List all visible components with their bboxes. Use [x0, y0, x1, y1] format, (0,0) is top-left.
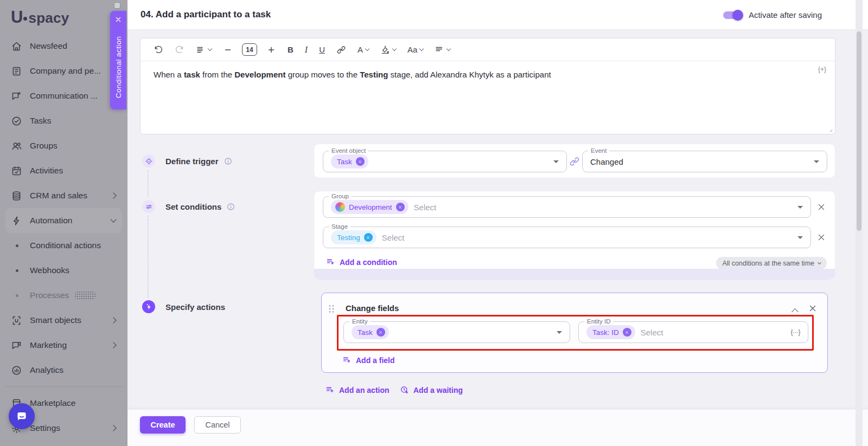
chip-remove-icon[interactable] [376, 328, 385, 337]
chevron-down-icon [446, 46, 451, 50]
info-icon[interactable] [224, 157, 233, 166]
undo-button[interactable] [151, 42, 165, 57]
close-icon[interactable] [114, 16, 122, 23]
group-condition-select[interactable]: Group Development Select [323, 196, 811, 218]
screen: U spacy NewsfeedCompany and pe...Communi… [0, 0, 868, 446]
tab-label: Conditional action [114, 23, 123, 109]
add-waiting-label: Add a waiting [413, 386, 463, 395]
info-icon[interactable] [226, 202, 235, 211]
font-color-label: A [358, 45, 363, 54]
link-icon [336, 45, 346, 55]
trigger-step-row: Define trigger [165, 155, 233, 167]
insert-variable-button[interactable]: {+} [818, 66, 826, 73]
pin-icon [114, 2, 120, 9]
entity-label: Entity [349, 318, 371, 325]
lightning-icon [145, 303, 153, 311]
underline-button[interactable]: U [317, 42, 327, 57]
description-editor: 14 B I U A Aa [140, 38, 835, 134]
chevron-down-icon [419, 46, 424, 50]
stage-condition-select[interactable]: Stage Testing Select [323, 227, 811, 248]
entity-id-select[interactable]: Entity ID Task: ID Select {···} [578, 321, 808, 343]
resize-handle[interactable] [827, 126, 833, 133]
font-size-increase-button[interactable] [264, 42, 278, 57]
playlist-plus-icon [342, 355, 352, 365]
font-color-button[interactable]: A [355, 42, 371, 57]
collapse-panel-button[interactable] [793, 307, 797, 316]
conditions-step-row: Set conditions [165, 201, 235, 212]
stage-chip[interactable]: Testing [331, 230, 376, 244]
entity-id-label: Entity ID [584, 318, 613, 325]
cancel-button[interactable]: Cancel [194, 416, 241, 434]
chevron-down-icon [818, 261, 821, 264]
align-button[interactable] [432, 42, 452, 57]
conditional-action-panel: 04. Add a participant to a task Activate… [127, 0, 868, 446]
align-left-icon [435, 45, 444, 55]
conditions-step-icon [142, 200, 155, 213]
highlight-color-button[interactable] [378, 42, 398, 57]
entity-select[interactable]: Entity Task [343, 321, 570, 343]
variable-token-button[interactable]: {···} [790, 328, 800, 336]
font-size-decrease-button[interactable] [221, 42, 235, 57]
change-fields-title: Change fields [346, 303, 399, 313]
group-chip[interactable]: Development [331, 200, 409, 214]
font-size-value[interactable]: 14 [242, 43, 257, 56]
add-waiting-link[interactable]: Add a waiting [400, 385, 463, 395]
event-label: Event [588, 147, 609, 154]
chip-remove-icon[interactable] [396, 203, 405, 211]
target-icon [145, 157, 153, 165]
conditions-mode-dropdown[interactable]: All conditions at the same time [716, 257, 827, 269]
italic-button[interactable]: I [303, 42, 310, 57]
plus-icon [266, 45, 276, 55]
remove-condition-button[interactable] [816, 202, 826, 212]
select-placeholder: Select [414, 203, 437, 212]
remove-action-button[interactable] [808, 303, 818, 313]
change-fields-panel: Change fields Entity Task Entity ID Task… [321, 293, 828, 373]
bold-button[interactable]: B [285, 42, 296, 57]
actions-step-row: Specify actions [165, 301, 225, 313]
create-button[interactable]: Create [140, 416, 186, 434]
chevron-down-icon [365, 46, 369, 50]
dropdown-caret-icon [797, 206, 803, 209]
chip-remove-icon[interactable] [356, 157, 365, 166]
add-condition-link[interactable]: Add a condition [326, 257, 397, 267]
event-object-label: Event object [329, 147, 368, 154]
chip-label: Testing [337, 234, 360, 242]
editor-toolbar: 14 B I U A Aa [141, 38, 835, 61]
conditions-step-label: Set conditions [165, 202, 221, 211]
linked-fields-icon [569, 156, 580, 167]
drag-handle[interactable] [328, 305, 335, 313]
activate-toggle[interactable] [723, 11, 742, 19]
link-button[interactable] [334, 42, 348, 57]
text-case-button[interactable]: Aa [405, 42, 425, 57]
chevron-down-icon [208, 46, 212, 50]
conditional-action-tab[interactable]: Conditional action [110, 11, 126, 109]
redo-button[interactable] [173, 42, 187, 57]
select-placeholder: Select [641, 328, 663, 337]
scrollbar-track[interactable] [856, 0, 863, 446]
actions-step-label: Specify actions [165, 302, 225, 312]
toggle-knob [732, 10, 743, 21]
line-height-button[interactable] [194, 42, 214, 57]
entity-id-chip[interactable]: Task: ID [586, 325, 635, 339]
undo-icon [154, 45, 163, 55]
playlist-plus-icon [326, 257, 335, 267]
scrollbar-thumb[interactable] [857, 31, 861, 231]
chat-launcher-button[interactable] [9, 403, 35, 429]
dropdown-caret-icon [814, 160, 819, 163]
event-value: Changed [590, 157, 623, 166]
event-object-select[interactable]: Event object Task [323, 151, 567, 172]
editor-content[interactable]: When a task from the Development group m… [154, 69, 797, 80]
chip-remove-icon[interactable] [364, 233, 373, 242]
remove-condition-button[interactable] [816, 232, 826, 242]
event-select[interactable]: Event Changed [582, 151, 827, 172]
event-object-chip[interactable]: Task [331, 154, 368, 169]
card-footer-strip [314, 269, 835, 280]
entity-chip[interactable]: Task [352, 325, 389, 339]
playlist-plus-icon [326, 385, 335, 395]
add-field-link[interactable]: Add a field [342, 355, 395, 365]
chevron-up-icon [792, 308, 799, 315]
chip-remove-icon[interactable] [623, 328, 631, 337]
activate-toggle-group: Activate after saving [723, 0, 822, 30]
add-action-link[interactable]: Add an action [326, 385, 390, 395]
actions-step-icon [142, 300, 155, 313]
